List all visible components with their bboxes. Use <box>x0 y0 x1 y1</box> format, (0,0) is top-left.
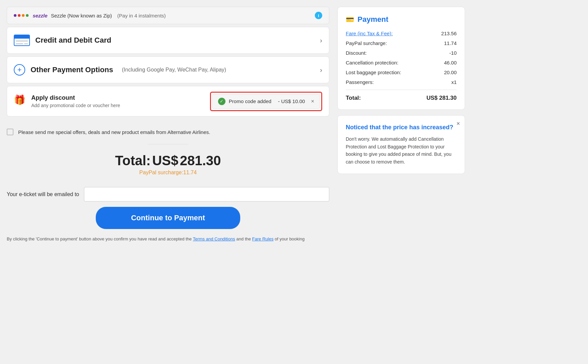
sidebar-total-value: US$ 281.30 <box>426 95 457 101</box>
paypal-surcharge: PayPal surcharge:11.74 <box>7 170 329 176</box>
sezzle-subtitle: (Pay in 4 instalments) <box>117 13 166 18</box>
continue-to-payment-button[interactable]: Continue to Payment <box>96 207 240 229</box>
promo-added-label: Promo code added <box>229 98 271 104</box>
newsletter-checkbox[interactable] <box>7 129 13 135</box>
promo-check-icon: ✓ <box>218 98 225 105</box>
sidebar-total-label: Total: <box>346 95 361 101</box>
fare-row: Fare (inc Tax & Fee): 213.56 <box>346 31 457 36</box>
total-label: Total: <box>115 153 151 168</box>
notice-body: Don't worry. We automatically add Cancel… <box>346 135 457 166</box>
payment-summary-card: 💳 Payment Fare (inc Tax & Fee): 213.56 P… <box>337 7 465 110</box>
fare-rules-link[interactable]: Fare Rules <box>252 236 274 241</box>
notice-close-button[interactable]: × <box>456 120 460 127</box>
newsletter-row: Please send me special offers, deals and… <box>7 122 329 139</box>
other-payment-sublabel: (Including Google Pay, WeChat Pay, Alipa… <box>122 67 226 73</box>
email-input[interactable] <box>84 187 329 201</box>
plus-circle-icon: + <box>14 64 25 76</box>
cancellation-row: Cancellation protection: 46.00 <box>346 60 457 65</box>
sezzle-info-icon[interactable]: i <box>315 12 322 19</box>
terms-middle: and the <box>236 236 252 241</box>
total-display: Total: US$ 281.30 <box>7 153 329 168</box>
paypal-label: PayPal surcharge: <box>346 40 387 46</box>
promo-amount: - US$ 10.00 <box>278 98 305 104</box>
price-increase-notice: × Noticed that the price has increased? … <box>337 115 465 174</box>
passengers-value: x1 <box>451 79 457 85</box>
total-section: Total: US$ 281.30 PayPal surcharge:11.74 <box>7 150 329 179</box>
section-divider <box>148 144 188 144</box>
baggage-row: Lost baggage protection: 20.00 <box>346 70 457 75</box>
promo-badge: ✓ Promo code added - US$ 10.00 × <box>212 94 320 109</box>
terms-suffix: of your booking <box>275 236 305 241</box>
sezzle-name: Sezzle (Now known as Zip) <box>51 13 112 18</box>
paypal-row: PayPal surcharge: 11.74 <box>346 40 457 46</box>
discount-subtitle: Add any promotional code or voucher here <box>31 103 120 108</box>
sidebar: 💳 Payment Fare (inc Tax & Fee): 213.56 P… <box>337 7 465 174</box>
cancellation-value: 46.00 <box>444 60 457 65</box>
paypal-value: 11.74 <box>444 40 457 46</box>
discount-label: Discount: <box>346 50 367 56</box>
passengers-label: Passengers: <box>346 79 374 85</box>
fare-label[interactable]: Fare (inc Tax & Fee): <box>346 31 393 36</box>
payment-card-icon: 💳 <box>346 15 354 24</box>
payment-divider <box>346 90 457 90</box>
discount-section: 🎁 Apply discount Add any promotional cod… <box>7 86 329 117</box>
baggage-value: 20.00 <box>444 70 457 75</box>
other-payment-label: Other Payment Options <box>31 65 113 74</box>
promo-badge-wrapper: ✓ Promo code added - US$ 10.00 × <box>210 92 322 111</box>
credit-debit-label: Credit and Debit Card <box>35 36 111 45</box>
terms-text: By clicking the 'Continue to payment' bu… <box>7 236 329 242</box>
sidebar-total-row: Total: US$ 281.30 <box>346 95 457 101</box>
terms-and-conditions-link[interactable]: Terms and Conditions <box>193 236 235 241</box>
payment-summary-title: 💳 Payment <box>346 15 457 24</box>
discount-row: Discount: -10 <box>346 50 457 56</box>
other-payment-option[interactable]: + Other Payment Options (Including Googl… <box>7 56 329 83</box>
passengers-row: Passengers: x1 <box>346 79 457 85</box>
card-icon <box>14 35 30 46</box>
baggage-label: Lost baggage protection: <box>346 70 401 75</box>
notice-title: Noticed that the price has increased? <box>346 124 457 131</box>
discount-value: -10 <box>449 50 457 56</box>
credit-debit-chevron: › <box>320 37 322 44</box>
cancellation-label: Cancellation protection: <box>346 60 398 65</box>
total-currency: US$ <box>152 153 178 168</box>
fare-value: 213.56 <box>441 31 457 36</box>
sezzle-logo: sezzle <box>14 13 47 18</box>
total-amount: 281.30 <box>180 153 221 168</box>
gift-icon: 🎁 <box>14 94 26 106</box>
newsletter-label: Please send me special offers, deals and… <box>18 129 210 135</box>
discount-text-block: Apply discount Add any promotional code … <box>31 94 120 108</box>
credit-debit-card-option[interactable]: Credit and Debit Card › <box>7 27 329 54</box>
other-payment-chevron: › <box>320 66 322 74</box>
terms-prefix: By clicking the 'Continue to payment' bu… <box>7 236 193 241</box>
email-row: Your e-ticket will be emailed to <box>7 187 329 201</box>
sezzle-brand-label: sezzle <box>33 13 47 18</box>
email-label: Your e-ticket will be emailed to <box>7 191 79 197</box>
promo-close-button[interactable]: × <box>311 98 314 104</box>
discount-title: Apply discount <box>31 94 120 101</box>
sezzle-row[interactable]: sezzle Sezzle (Now known as Zip) (Pay in… <box>7 7 329 24</box>
